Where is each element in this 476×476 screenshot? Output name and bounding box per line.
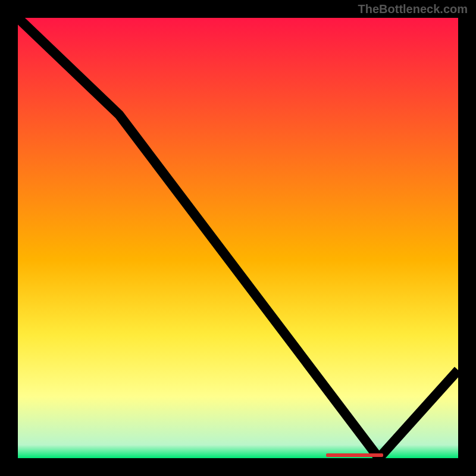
watermark-text: TheBottleneck.com	[358, 2, 468, 16]
optimal-range-marker	[326, 453, 383, 457]
chart-line-layer	[18, 18, 458, 458]
chart-plot-area	[18, 18, 458, 458]
bottleneck-curve	[18, 18, 458, 458]
